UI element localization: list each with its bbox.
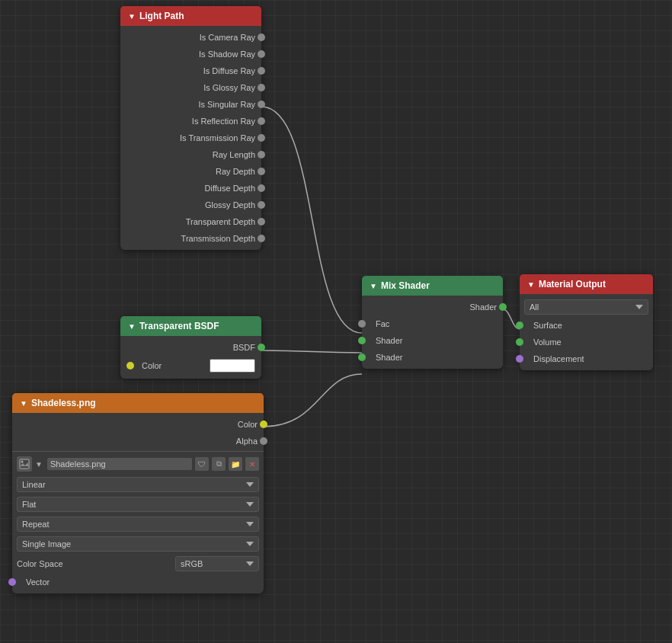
mix-shader-header: ▼ Mix Shader: [362, 276, 503, 296]
mix-shader-body: Shader Fac Shader Shader: [362, 296, 503, 369]
dropdown-small-arrow[interactable]: ▼: [35, 460, 43, 469]
transparent-bsdf-title: Transparent BSDF: [139, 321, 219, 331]
material-output-arrow[interactable]: ▼: [527, 280, 535, 289]
interpolation-dropdown[interactable]: Linear Closest Cubic Smart: [17, 477, 259, 492]
shadeless-title: Shadeless.png: [31, 398, 96, 408]
image-name-field[interactable]: [47, 458, 192, 470]
material-output-header: ▼ Material Output: [520, 274, 653, 294]
color-space-label: Color Space: [17, 559, 171, 568]
socket-is-camera-ray: Is Camera Ray: [120, 29, 261, 46]
projection-row: Flat Box Sphere Tube: [12, 494, 264, 514]
mix-shader-node: ▼ Mix Shader Shader Fac Shader Shader: [362, 276, 503, 369]
socket-ray-depth: Ray Depth: [120, 163, 261, 180]
socket-transparent-depth: Transparent Depth: [120, 213, 261, 230]
socket-dot-transmission-ray[interactable]: [258, 134, 265, 142]
socket-dot-alpha-out[interactable]: [260, 437, 267, 445]
material-output-body: All Cycles EEVEE Surface Volume Displace…: [520, 294, 653, 370]
extension-dropdown[interactable]: Repeat Extend Clip Mirror: [17, 517, 259, 532]
socket-dot-camera-ray[interactable]: [258, 34, 265, 41]
socket-dot-shader1[interactable]: [358, 337, 366, 344]
socket-dot-diffuse-ray[interactable]: [258, 67, 265, 75]
socket-shader-out: Shader: [362, 299, 503, 315]
socket-alpha-out: Alpha: [12, 433, 264, 449]
material-output-title: Material Output: [539, 279, 606, 290]
socket-vector-in: Vector: [12, 574, 264, 590]
source-dropdown[interactable]: Single Image Image Sequence Movie Genera…: [17, 536, 259, 552]
shadeless-arrow[interactable]: ▼: [20, 399, 27, 408]
material-output-node: ▼ Material Output All Cycles EEVEE Surfa…: [520, 274, 653, 370]
socket-dot-displacement[interactable]: [516, 355, 523, 363]
socket-displacement-in: Displacement: [520, 350, 653, 367]
socket-bsdf-out: BSDF: [120, 339, 261, 356]
socket-ray-length: Ray Length: [120, 146, 261, 163]
socket-dot-ray-length[interactable]: [258, 151, 265, 158]
socket-fac-in: Fac: [362, 315, 503, 332]
socket-dot-reflection-ray[interactable]: [258, 117, 265, 125]
shadeless-node: ▼ Shadeless.png Color Alpha ▼ 🛡: [12, 393, 264, 593]
light-path-header: ▼ Light Path: [120, 6, 261, 26]
extension-row: Repeat Extend Clip Mirror: [12, 514, 264, 534]
socket-dot-diffuse-depth[interactable]: [258, 184, 265, 192]
socket-dot-color[interactable]: [126, 362, 134, 369]
socket-is-singular-ray: Is Singular Ray: [120, 96, 261, 113]
socket-dot-vector[interactable]: [8, 578, 16, 586]
socket-is-diffuse-ray: Is Diffuse Ray: [120, 62, 261, 79]
socket-shader1-in: Shader: [362, 332, 503, 349]
all-dropdown[interactable]: All Cycles EEVEE: [524, 299, 648, 315]
socket-is-transmission-ray: Is Transmission Ray: [120, 130, 261, 146]
shadeless-header: ▼ Shadeless.png: [12, 393, 264, 413]
image-header-row: ▼ 🛡 ⧉ 📁 ✕: [12, 453, 264, 475]
socket-shader2-in: Shader: [362, 349, 503, 366]
socket-diffuse-depth: Diffuse Depth: [120, 180, 261, 197]
socket-dot-glossy-depth[interactable]: [258, 201, 265, 209]
image-copy-btn[interactable]: ⧉: [212, 457, 226, 471]
image-close-btn[interactable]: ✕: [245, 457, 259, 471]
socket-dot-transmission-depth[interactable]: [258, 235, 265, 242]
color-row: Color: [120, 356, 261, 376]
socket-dot-singular-ray[interactable]: [258, 101, 265, 108]
socket-volume-in: Volume: [520, 334, 653, 350]
transparent-bsdf-body: BSDF Color: [120, 336, 261, 379]
mix-shader-arrow[interactable]: ▼: [370, 282, 377, 290]
image-icon[interactable]: [17, 456, 32, 472]
color-space-dropdown[interactable]: sRGB Linear Non-Color Raw: [175, 556, 259, 571]
socket-dot-transparent-depth[interactable]: [258, 218, 265, 226]
vector-label: Vector: [26, 577, 50, 587]
socket-dot-shadow-ray[interactable]: [258, 50, 265, 58]
interpolation-row: Linear Closest Cubic Smart: [12, 475, 264, 494]
socket-dot-shader2[interactable]: [358, 353, 366, 361]
socket-dot-bsdf-out[interactable]: [258, 344, 265, 351]
transparent-bsdf-node: ▼ Transparent BSDF BSDF Color: [120, 316, 261, 379]
socket-transmission-depth: Transmission Depth: [120, 230, 261, 247]
socket-dot-surface[interactable]: [516, 322, 523, 329]
transparent-bsdf-header: ▼ Transparent BSDF: [120, 316, 261, 336]
source-row: Single Image Image Sequence Movie Genera…: [12, 534, 264, 554]
socket-dot-volume[interactable]: [516, 338, 523, 346]
color-swatch[interactable]: [210, 359, 255, 373]
light-path-node: ▼ Light Path Is Camera Ray Is Shadow Ray…: [120, 6, 261, 250]
socket-dot-shader-out[interactable]: [499, 303, 507, 311]
socket-is-reflection-ray: Is Reflection Ray: [120, 113, 261, 130]
image-folder-btn[interactable]: 📁: [229, 457, 242, 471]
socket-surface-in: Surface: [520, 317, 653, 334]
light-path-body: Is Camera Ray Is Shadow Ray Is Diffuse R…: [120, 26, 261, 250]
mix-shader-title: Mix Shader: [381, 280, 430, 291]
socket-dot-fac[interactable]: [358, 320, 366, 328]
color-space-row: Color Space sRGB Linear Non-Color Raw: [12, 554, 264, 574]
socket-dot-ray-depth[interactable]: [258, 168, 265, 175]
projection-dropdown[interactable]: Flat Box Sphere Tube: [17, 497, 259, 512]
socket-dot-glossy-ray[interactable]: [258, 84, 265, 91]
shadeless-body: Color Alpha ▼ 🛡 ⧉ 📁 ✕: [12, 413, 264, 593]
socket-is-shadow-ray: Is Shadow Ray: [120, 46, 261, 62]
socket-is-glossy-ray: Is Glossy Ray: [120, 79, 261, 96]
socket-glossy-depth: Glossy Depth: [120, 197, 261, 213]
transparent-bsdf-arrow[interactable]: ▼: [128, 322, 136, 331]
socket-color-out: Color: [12, 416, 264, 433]
all-dropdown-row: All Cycles EEVEE: [520, 297, 653, 317]
light-path-arrow[interactable]: ▼: [128, 12, 136, 21]
light-path-title: Light Path: [139, 11, 184, 21]
socket-dot-color-out[interactable]: [260, 421, 267, 428]
image-shield-btn[interactable]: 🛡: [195, 457, 209, 471]
svg-point-1: [21, 461, 24, 463]
